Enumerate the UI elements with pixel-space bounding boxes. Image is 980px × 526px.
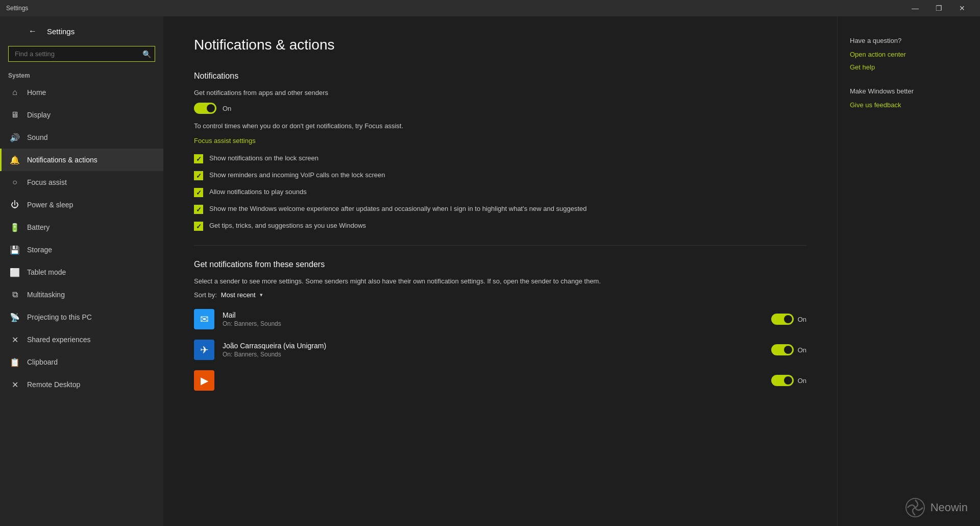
- sender-status-unigram: On: Banners, Sounds: [223, 351, 763, 358]
- sender-name-mail: Mail: [223, 311, 763, 319]
- minimize-button[interactable]: —: [903, 0, 927, 16]
- checkmark-0: ✓: [196, 156, 202, 162]
- sender-toggle-third[interactable]: [771, 375, 794, 386]
- sender-row-third[interactable]: ▶ On: [194, 370, 806, 391]
- nav-label-power: Power & sleep: [27, 201, 73, 209]
- nav-icon-projecting: 📡: [10, 312, 20, 322]
- sidebar-item-battery[interactable]: 🔋 Battery: [0, 216, 163, 238]
- nav-icon-storage: 💾: [10, 245, 20, 255]
- nav-label-home: Home: [27, 88, 46, 97]
- checkmark-3: ✓: [196, 206, 202, 213]
- sidebar-item-notifications[interactable]: 🔔 Notifications & actions: [0, 149, 163, 171]
- title-bar-left: Settings: [6, 5, 28, 12]
- nav-icon-clipboard: 📋: [10, 357, 20, 367]
- sender-row-mail[interactable]: ✉ Mail On: Banners, Sounds On: [194, 309, 806, 329]
- notifications-toggle[interactable]: [194, 103, 216, 114]
- sidebar-item-focus[interactable]: ○ Focus assist: [0, 171, 163, 194]
- get-help-link[interactable]: Get help: [850, 63, 968, 71]
- checkmark-4: ✓: [196, 223, 202, 230]
- sidebar-item-home[interactable]: ⌂ Home: [0, 81, 163, 104]
- checkbox-3[interactable]: ✓: [194, 205, 203, 214]
- sidebar-item-remote[interactable]: ✕ Remote Desktop: [0, 373, 163, 396]
- notifications-desc: Get notifications from apps and other se…: [194, 89, 806, 97]
- sidebar-item-shared[interactable]: ✕ Shared experiences: [0, 328, 163, 351]
- checkbox-label-1: Show reminders and incoming VoIP calls o…: [209, 171, 385, 180]
- search-box: 🔍: [8, 46, 155, 62]
- sort-chevron-icon: ▾: [260, 292, 263, 298]
- sender-icon-third: ▶: [194, 370, 214, 391]
- search-input[interactable]: [8, 46, 155, 62]
- nav-label-sound: Sound: [27, 133, 47, 141]
- sidebar-item-clipboard[interactable]: 📋 Clipboard: [0, 351, 163, 373]
- senders-list: ✉ Mail On: Banners, Sounds On ✈ João Car…: [194, 309, 806, 391]
- sender-info-third: [223, 380, 763, 381]
- nav-icon-focus: ○: [10, 177, 20, 187]
- sender-toggle-unigram[interactable]: [771, 344, 794, 355]
- nav-label-notifications: Notifications & actions: [27, 156, 97, 164]
- sidebar-item-sound[interactable]: 🔊 Sound: [0, 126, 163, 149]
- checkbox-label-2: Allow notifications to play sounds: [209, 187, 307, 197]
- sender-toggle-knob-mail: [784, 315, 792, 323]
- open-action-center-link[interactable]: Open action center: [850, 51, 968, 58]
- have-question-label: Have a question?: [850, 37, 968, 44]
- nav-icon-shared: ✕: [10, 334, 20, 345]
- checkbox-row-0: ✓ Show notifications on the lock screen: [194, 154, 806, 163]
- sidebar: ← Settings 🔍 System ⌂ Home 🖥 Display 🔊 S…: [0, 16, 163, 526]
- sender-toggle-mail[interactable]: [771, 314, 794, 325]
- title-bar-controls: — ❐ ✕: [903, 0, 974, 16]
- nav-icon-display: 🖥: [10, 110, 20, 120]
- checkbox-2[interactable]: ✓: [194, 188, 203, 197]
- focus-assist-link[interactable]: Focus assist settings: [194, 137, 256, 145]
- sidebar-item-power[interactable]: ⏻ Power & sleep: [0, 194, 163, 216]
- nav-icon-sound: 🔊: [10, 132, 20, 142]
- checkboxes-list: ✓ Show notifications on the lock screen …: [194, 154, 806, 231]
- section-divider: [194, 245, 806, 246]
- sidebar-item-projecting[interactable]: 📡 Projecting to this PC: [0, 306, 163, 328]
- toggle-knob: [207, 104, 215, 112]
- sender-toggle-label-unigram: On: [798, 346, 806, 354]
- sender-row-unigram[interactable]: ✈ João Carrasqueira (via Unigram) On: Ba…: [194, 340, 806, 360]
- back-button[interactable]: ←: [24, 25, 41, 38]
- nav-icon-multitasking: ⧉: [10, 290, 20, 300]
- nav-icon-tablet: ⬜: [10, 267, 20, 277]
- system-label: System: [0, 66, 163, 81]
- checkbox-row-2: ✓ Allow notifications to play sounds: [194, 187, 806, 197]
- sort-label: Sort by:: [194, 291, 217, 299]
- checkbox-label-4: Get tips, tricks, and suggestions as you…: [209, 221, 366, 230]
- sidebar-item-tablet[interactable]: ⬜ Tablet mode: [0, 261, 163, 283]
- checkbox-row-4: ✓ Get tips, tricks, and suggestions as y…: [194, 221, 806, 231]
- checkbox-4[interactable]: ✓: [194, 222, 203, 231]
- nav-label-display: Display: [27, 111, 51, 119]
- sender-icon-mail: ✉: [194, 309, 214, 329]
- nav-list: ⌂ Home 🖥 Display 🔊 Sound 🔔 Notifications…: [0, 81, 163, 396]
- neowin-watermark: Neowin: [905, 497, 968, 518]
- checkmark-2: ✓: [196, 189, 202, 196]
- checkbox-0[interactable]: ✓: [194, 154, 203, 163]
- sort-value[interactable]: Most recent: [221, 291, 256, 299]
- sender-info-mail: Mail On: Banners, Sounds: [223, 311, 763, 327]
- senders-section-title: Get notifications from these senders: [194, 260, 806, 269]
- checkbox-1[interactable]: ✓: [194, 171, 203, 180]
- give-feedback-link[interactable]: Give us feedback: [850, 101, 968, 109]
- nav-icon-remote: ✕: [10, 379, 20, 390]
- sidebar-item-storage[interactable]: 💾 Storage: [0, 238, 163, 261]
- close-button[interactable]: ✕: [950, 0, 974, 16]
- nav-label-storage: Storage: [27, 246, 52, 254]
- notifications-section-title: Notifications: [194, 71, 806, 81]
- maximize-button[interactable]: ❐: [927, 0, 950, 16]
- nav-icon-notifications: 🔔: [10, 155, 20, 165]
- nav-label-focus: Focus assist: [27, 178, 67, 186]
- sidebar-item-multitasking[interactable]: ⧉ Multitasking: [0, 283, 163, 306]
- nav-icon-battery: 🔋: [10, 222, 20, 232]
- page-title: Notifications & actions: [194, 37, 806, 53]
- sidebar-item-display[interactable]: 🖥 Display: [0, 104, 163, 126]
- sort-row: Sort by: Most recent ▾: [194, 291, 806, 299]
- checkbox-row-1: ✓ Show reminders and incoming VoIP calls…: [194, 171, 806, 180]
- sender-status-mail: On: Banners, Sounds: [223, 320, 763, 327]
- senders-desc: Select a sender to see more settings. So…: [194, 277, 806, 285]
- nav-label-remote: Remote Desktop: [27, 380, 80, 389]
- search-icon[interactable]: 🔍: [142, 50, 151, 58]
- toggle-on-label: On: [223, 105, 231, 112]
- nav-label-multitasking: Multitasking: [27, 291, 65, 299]
- sidebar-header: ← Settings: [0, 16, 163, 42]
